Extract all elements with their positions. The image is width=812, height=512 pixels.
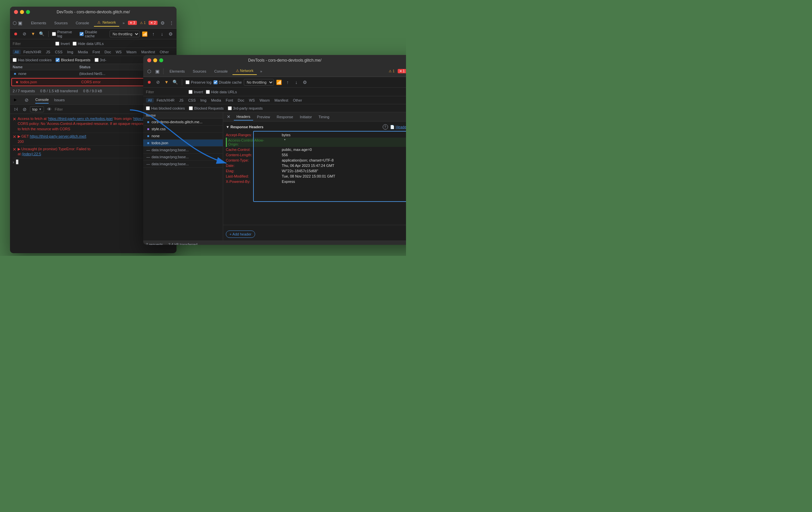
mobile-icon[interactable]: ▣ xyxy=(18,20,22,26)
invert-label-2[interactable]: Invert xyxy=(188,90,203,94)
tab-sources-2[interactable]: Sources xyxy=(190,68,209,75)
tab-elements-1[interactable]: Elements xyxy=(28,20,50,26)
cursor-icon[interactable]: ⬡ xyxy=(13,20,17,26)
hide-data-urls-checkbox-1[interactable] xyxy=(72,41,77,46)
filter-font-1[interactable]: Font xyxy=(91,50,102,54)
filter-css-2[interactable]: CSS xyxy=(186,98,198,103)
hide-data-urls-label-1[interactable]: Hide data URLs xyxy=(72,41,104,46)
blocked-requests-checkbox-2[interactable] xyxy=(189,106,193,110)
blocked-cookies-checkbox-2[interactable] xyxy=(146,106,150,110)
tab-more-1[interactable]: » xyxy=(121,20,126,26)
filter-wasm-2[interactable]: Wasm xyxy=(257,98,272,103)
disable-cache-checkbox-1[interactable] xyxy=(80,32,84,36)
filter-img-1[interactable]: Img xyxy=(65,50,75,54)
tab-network-1[interactable]: ⚠ Network xyxy=(94,19,119,27)
filter-btn-1[interactable]: ▼ xyxy=(30,31,37,37)
table-row[interactable]: — data:image/png;base... xyxy=(143,147,223,153)
blocked-requests-checkbox-1[interactable] xyxy=(56,58,60,62)
stop-recording-btn-1[interactable]: ⏺ xyxy=(13,31,19,37)
table-row[interactable]: ■ todos.json xyxy=(143,140,223,147)
tab-console-1[interactable]: Console xyxy=(72,20,92,26)
filter-other-1[interactable]: Other xyxy=(157,50,171,54)
filter-all-2[interactable]: All xyxy=(146,98,154,103)
filter-js-1[interactable]: JS xyxy=(44,50,52,54)
filter-input-1[interactable] xyxy=(13,41,53,46)
blocked-requests-label-2[interactable]: Blocked Requests xyxy=(189,106,224,110)
clear-btn-2[interactable]: ⊘ xyxy=(154,79,161,86)
tab-more-2[interactable]: » xyxy=(258,68,264,75)
filter-js-2[interactable]: JS xyxy=(177,98,185,103)
tab-preview[interactable]: Preview xyxy=(255,114,273,120)
minimize-button-1[interactable] xyxy=(20,10,24,14)
tab-response[interactable]: Response xyxy=(274,114,296,120)
filter-media-2[interactable]: Media xyxy=(209,98,223,103)
console-expand-icon[interactable]: ▶ xyxy=(13,97,18,103)
wifi-icon-2[interactable]: 📶 xyxy=(276,79,283,86)
error-link-3[interactable]: https://third-party-server.glitch.me/t xyxy=(30,134,86,138)
header-overrides-link[interactable]: 📄 Header overrides xyxy=(390,125,406,129)
wifi-icon-1[interactable]: 📶 xyxy=(142,31,148,37)
search-btn-1[interactable]: 🔍 xyxy=(38,31,45,37)
search-btn-2[interactable]: 🔍 xyxy=(172,79,178,86)
blocked-requests-label-1[interactable]: Blocked Requests xyxy=(56,58,91,62)
error-link-4[interactable]: (index):22:5 xyxy=(22,152,41,156)
filter-manifest-1[interactable]: Manifest xyxy=(139,50,157,54)
preserve-log-checkbox-1[interactable] xyxy=(52,32,56,36)
clear-console-icon[interactable]: ⊘ xyxy=(23,96,30,103)
tab-elements-2[interactable]: Elements xyxy=(166,68,188,75)
filter-media-1[interactable]: Media xyxy=(76,50,90,54)
close-details-btn[interactable]: ✕ xyxy=(226,114,231,120)
tab-issues-1[interactable]: Issues xyxy=(54,96,65,103)
maximize-button-2[interactable] xyxy=(159,58,163,62)
header-overrides-text[interactable]: Header overrides xyxy=(396,125,406,129)
third-party-label-2[interactable]: 3rd-party requests xyxy=(228,106,263,110)
table-row[interactable]: ■ cors-demo-devtools.glitch.me... xyxy=(143,119,223,125)
minimize-button-2[interactable] xyxy=(153,58,157,62)
disable-cache-label-1[interactable]: Disable cache xyxy=(80,30,108,38)
download-icon-2[interactable]: ↓ xyxy=(293,79,300,86)
filter-img-2[interactable]: Img xyxy=(199,98,208,103)
filter-ws-1[interactable]: WS xyxy=(114,50,123,54)
invert-label-1[interactable]: Invert xyxy=(55,41,70,46)
menu-icon-1[interactable]: ⋮ xyxy=(168,20,175,26)
help-icon[interactable]: ? xyxy=(383,124,388,130)
tab-timing[interactable]: Timing xyxy=(316,114,332,120)
clear-btn-1[interactable]: ⊘ xyxy=(21,31,28,37)
close-button-2[interactable] xyxy=(147,58,151,62)
filter-css-1[interactable]: CSS xyxy=(53,50,65,54)
gear-icon-1[interactable]: ⚙ xyxy=(167,31,174,37)
invert-checkbox-1[interactable] xyxy=(55,41,59,46)
filter-doc-1[interactable]: Doc xyxy=(103,50,113,54)
console-clear-icon[interactable]: ⊘ xyxy=(21,106,28,113)
filter-other-2[interactable]: Other xyxy=(291,98,304,103)
filter-doc-2[interactable]: Doc xyxy=(236,98,246,103)
preserve-log-label-1[interactable]: Preserve log xyxy=(52,30,78,38)
add-header-button[interactable]: + Add header xyxy=(226,230,255,238)
table-row[interactable]: ■ none xyxy=(143,133,223,140)
third-party-label-1[interactable]: 3rd- xyxy=(95,58,107,62)
tab-console-2[interactable]: Console xyxy=(211,68,231,75)
tab-sources-1[interactable]: Sources xyxy=(51,20,71,26)
throttle-select-1[interactable]: No throttling xyxy=(110,31,140,37)
table-row[interactable]: — data:image/png;base... xyxy=(143,153,223,161)
disable-cache-checkbox-2[interactable] xyxy=(213,80,218,84)
filter-input-2[interactable] xyxy=(146,90,186,94)
tab-network-2[interactable]: ⚠Network xyxy=(232,67,257,75)
blocked-cookies-label-2[interactable]: Has blocked cookies xyxy=(146,106,185,110)
filter-manifest-2[interactable]: Manifest xyxy=(272,98,290,103)
upload-icon-1[interactable]: ↑ xyxy=(150,31,157,37)
table-row[interactable]: ■ style.css xyxy=(143,125,223,133)
console-top-selector[interactable]: top ▼ xyxy=(30,106,44,112)
filter-btn-2[interactable]: ▼ xyxy=(163,79,170,86)
filter-fetch-1[interactable]: Fetch/XHR xyxy=(21,50,43,54)
third-party-checkbox-2[interactable] xyxy=(228,106,232,110)
filter-font-2[interactable]: Font xyxy=(224,98,235,103)
eye-icon-console[interactable]: 👁 xyxy=(46,106,53,113)
tab-headers[interactable]: Headers xyxy=(234,113,253,121)
upload-icon-2[interactable]: ↑ xyxy=(284,79,291,86)
blocked-cookies-label-1[interactable]: Has blocked cookies xyxy=(13,58,52,62)
cursor-icon-2[interactable]: ⬡ xyxy=(146,68,152,75)
settings-icon-1[interactable]: ⚙ xyxy=(160,20,166,26)
hide-data-urls-checkbox-2[interactable] xyxy=(206,90,210,94)
invert-checkbox-2[interactable] xyxy=(188,90,193,94)
